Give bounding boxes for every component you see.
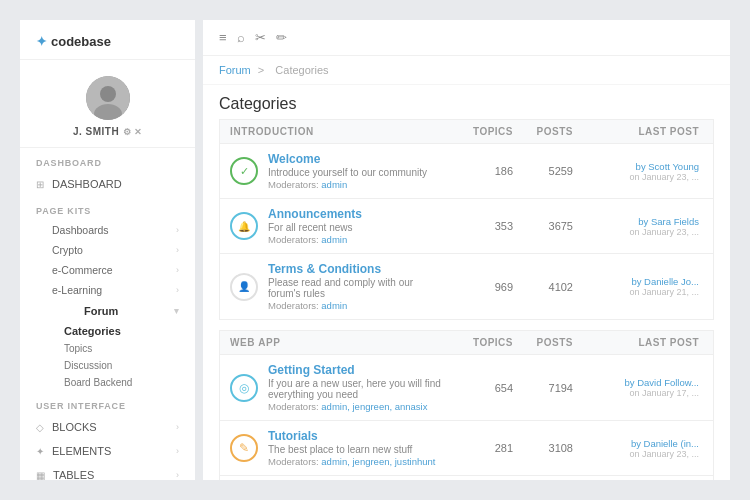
row-lastby-getting-started[interactable]: by David Follow...: [573, 377, 699, 388]
row-details-welcome: Welcome Introduce yourself to our commun…: [268, 152, 443, 190]
row-title-announcements[interactable]: Announcements: [268, 207, 443, 221]
row-mods-announcements: Moderators: admin: [268, 234, 443, 245]
nav-item-topics[interactable]: Topics: [64, 340, 195, 357]
row-icon-announcements: 🔔: [230, 212, 258, 240]
mod-link-terms[interactable]: admin: [321, 300, 347, 311]
nav-item-crypto[interactable]: Crypto ›: [52, 240, 195, 260]
row-posts-announcements: 3675: [513, 220, 573, 232]
nav-item-discussion[interactable]: Discussion: [64, 357, 195, 374]
table-row: ⚙ Plugins Creating or looking for an exi…: [219, 476, 714, 480]
row-lastby-welcome[interactable]: by Scott Young: [573, 161, 699, 172]
nav-item-ecommerce[interactable]: e-Commerce ›: [52, 260, 195, 280]
row-last-welcome: by Scott Young on January 23, ...: [573, 161, 703, 182]
nav-dashboards-arrow: ›: [176, 225, 179, 235]
row-title-tutorials[interactable]: Tutorials: [268, 429, 443, 443]
row-title-terms[interactable]: Terms & Conditions: [268, 262, 443, 276]
row-topics-getting-started: 654: [443, 382, 513, 394]
nav-item-dashboards[interactable]: Dashboards ›: [52, 220, 195, 240]
table-row: 🔔 Announcements For all recent news Mode…: [219, 199, 714, 254]
row-posts-terms: 4102: [513, 281, 573, 293]
nav-item-categories[interactable]: Categories: [64, 322, 195, 340]
row-mods-getting-started: Moderators: admin, jengreen, annasix: [268, 401, 443, 412]
nav-item-blocks[interactable]: ◇ BLOCKS ›: [20, 415, 195, 439]
elements-icon: ✦: [36, 446, 44, 457]
row-mods-tutorials: Moderators: admin, jengreen, justinhunt: [268, 456, 443, 467]
row-desc-terms: Please read and comply with our forum's …: [268, 277, 443, 299]
menu-icon[interactable]: ≡: [219, 30, 227, 45]
nav-crypto-arrow: ›: [176, 245, 179, 255]
section-webapp: WEB APP TOPICS POSTS LAST POST ◎ Getting…: [219, 330, 714, 480]
nav-crypto-label: Crypto: [52, 244, 83, 256]
mod-link-announcements[interactable]: admin: [321, 234, 347, 245]
close-icon[interactable]: ✕: [134, 127, 143, 137]
row-mods-terms: Moderators: admin: [268, 300, 443, 311]
page-title: Categories: [203, 85, 730, 119]
row-desc-welcome: Introduce yourself to our community: [268, 167, 443, 178]
nav-item-elearning[interactable]: e-Learning ›: [52, 280, 195, 300]
row-topics-welcome: 186: [443, 165, 513, 177]
col-header-lastpost: LAST POST: [573, 126, 703, 137]
row-nums-tutorials: 281 3108 by Danielle (in... on January 2…: [443, 438, 703, 459]
row-title-getting-started[interactable]: Getting Started: [268, 363, 443, 377]
breadcrumb: Forum > Categories: [203, 56, 730, 85]
col-header-posts: POSTS: [513, 126, 573, 137]
row-posts-welcome: 5259: [513, 165, 573, 177]
col-header-lastpost-webapp: LAST POST: [573, 337, 703, 348]
row-nums-getting-started: 654 7194 by David Follow... on January 1…: [443, 377, 703, 398]
col-header-posts-webapp: POSTS: [513, 337, 573, 348]
row-posts-getting-started: 7194: [513, 382, 573, 394]
nav-section-ui: USER INTERFACE: [20, 391, 195, 415]
settings-icon[interactable]: ⚙: [123, 127, 132, 137]
nav-elearning-label: e-Learning: [52, 284, 102, 296]
row-desc-announcements: For all recent news: [268, 222, 443, 233]
section-col-headers-webapp: TOPICS POSTS LAST POST: [443, 337, 703, 348]
row-last-tutorials: by Danielle (in... on January 23, ...: [573, 438, 703, 459]
row-icon-terms: 👤: [230, 273, 258, 301]
col-header-topics-webapp: TOPICS: [443, 337, 513, 348]
row-title-welcome[interactable]: Welcome: [268, 152, 443, 166]
nav-forum-label: Forum: [84, 305, 118, 317]
breadcrumb-categories: Categories: [275, 64, 328, 76]
section-title-webapp: WEB APP: [230, 337, 443, 348]
row-lastdate-terms: on January 21, ...: [573, 287, 699, 297]
scissors-icon[interactable]: ✂: [255, 30, 266, 45]
mod-link-tutorials[interactable]: admin, jengreen, justinhunt: [321, 456, 435, 467]
section-header-introduction: INTRODUCTION TOPICS POSTS LAST POST: [219, 119, 714, 144]
section-col-headers: TOPICS POSTS LAST POST: [443, 126, 703, 137]
row-lastdate-welcome: on January 23, ...: [573, 172, 699, 182]
nav-pagekits-sub: Dashboards › Crypto › e-Commerce › e-Lea…: [20, 220, 195, 391]
mod-link-welcome[interactable]: admin: [321, 179, 347, 190]
row-lastby-terms[interactable]: by Danielle Jo...: [573, 276, 699, 287]
row-lastby-tutorials[interactable]: by Danielle (in...: [573, 438, 699, 449]
nav-item-dashboard[interactable]: ⊞ DASHBOARD: [20, 172, 195, 196]
search-icon[interactable]: ⌕: [237, 30, 245, 45]
nav-section-pagekits: PAGE KITS: [20, 196, 195, 220]
row-icon-tutorials: ✎: [230, 434, 258, 462]
mod-link-getting-started[interactable]: admin, jengreen, annasix: [321, 401, 427, 412]
row-lastby-announcements[interactable]: by Sara Fields: [573, 216, 699, 227]
nav-ecommerce-label: e-Commerce: [52, 264, 113, 276]
tables-icon: ▦: [36, 470, 45, 481]
avatar-image: [86, 76, 130, 120]
nav-item-forum[interactable]: Forum ▾: [52, 300, 195, 322]
nav-elearning-arrow: ›: [176, 285, 179, 295]
row-nums-welcome: 186 5259 by Scott Young on January 23, .…: [443, 161, 703, 182]
row-desc-tutorials: The best place to learn new stuff: [268, 444, 443, 455]
dashboard-icon: ⊞: [36, 179, 44, 190]
sidebar-profile: J. SMITH ⚙ ✕: [20, 60, 195, 148]
nav-forum-submenu: Categories Topics Discussion Board Backe…: [52, 322, 195, 391]
nav-item-tables[interactable]: ▦ TABLES ›: [20, 463, 195, 480]
row-details-terms: Terms & Conditions Please read and compl…: [268, 262, 443, 311]
row-lastdate-getting-started: on January 17, ...: [573, 388, 699, 398]
edit-icon[interactable]: ✏: [276, 30, 287, 45]
table-row: ◎ Getting Started If you are a new user,…: [219, 355, 714, 421]
row-mods-welcome: Moderators: admin: [268, 179, 443, 190]
nav-blocks-label: BLOCKS: [52, 421, 97, 433]
row-lastdate-announcements: on January 23, ...: [573, 227, 699, 237]
row-details-tutorials: Tutorials The best place to learn new st…: [268, 429, 443, 467]
breadcrumb-forum-link[interactable]: Forum: [219, 64, 251, 76]
row-topics-terms: 969: [443, 281, 513, 293]
nav-dashboard-label: DASHBOARD: [52, 178, 122, 190]
nav-item-board-backend[interactable]: Board Backend: [64, 374, 195, 391]
nav-item-elements[interactable]: ✦ ELEMENTS ›: [20, 439, 195, 463]
